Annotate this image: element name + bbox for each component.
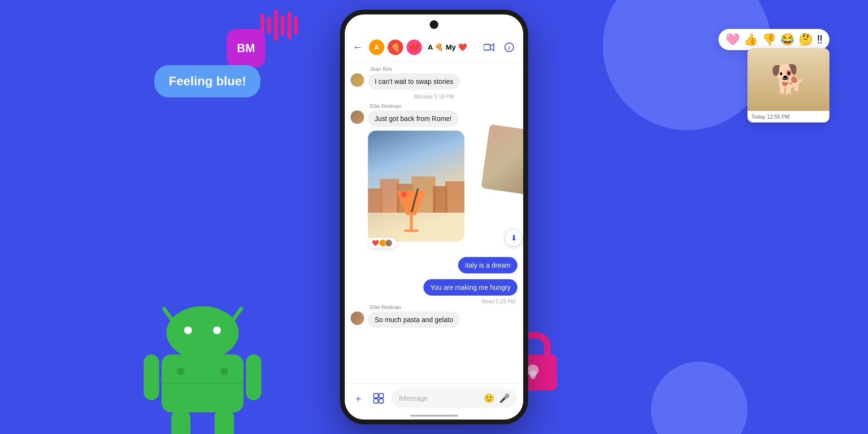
sender-ellie-2: Ellie Redman bbox=[351, 304, 517, 310]
header-icons: i bbox=[483, 41, 515, 54]
avatar-pizza: 🍕 bbox=[387, 39, 404, 56]
svg-point-3 bbox=[184, 326, 192, 334]
avatar-heart: ❤️ bbox=[406, 39, 423, 56]
emoji-heart[interactable]: 🩷 bbox=[725, 33, 740, 46]
svg-rect-9 bbox=[215, 409, 234, 434]
group-avatars: A 🍕 ❤️ bbox=[368, 39, 423, 56]
svg-point-11 bbox=[177, 367, 185, 375]
svg-rect-16 bbox=[484, 44, 490, 50]
emoji-think[interactable]: 🤔 bbox=[799, 33, 813, 46]
message-row: I can't wait to swap stories bbox=[351, 73, 517, 90]
svg-rect-28 bbox=[404, 230, 419, 232]
svg-marker-17 bbox=[490, 44, 494, 51]
bm-badge: BM bbox=[227, 29, 265, 68]
bubble-pasta: So much pasta and gelato bbox=[368, 312, 460, 328]
chat-input-area: ＋ iMessage 🙂 🎤 bbox=[345, 383, 523, 420]
emoji-laugh[interactable]: 😂 bbox=[780, 33, 795, 46]
chat-messages-area: Jean Kim I can't wait to swap stories Mo… bbox=[345, 62, 523, 371]
stacked-photo bbox=[479, 122, 523, 197]
read-receipt: Read 5:23 PM bbox=[351, 298, 517, 304]
input-right-icons: 🙂 🎤 bbox=[484, 393, 510, 404]
dog-illustration: 🐕 bbox=[747, 48, 829, 111]
message-row-pasta: So much pasta and gelato bbox=[351, 312, 517, 328]
chat-title: A 🍕 My ❤️ bbox=[428, 43, 478, 52]
svg-text:i: i bbox=[508, 45, 510, 51]
svg-rect-15 bbox=[530, 370, 536, 379]
message-row-italy: Italy is a dream bbox=[351, 257, 517, 273]
bubble-hungry: You are making me hungry bbox=[423, 279, 517, 296]
emoji-thumbs-up[interactable]: 👍 bbox=[744, 33, 758, 46]
image-message-container: ⬇ ❤️ bbox=[368, 131, 517, 242]
svg-rect-33 bbox=[374, 399, 378, 403]
avatar-ellie-1 bbox=[351, 110, 364, 124]
microphone-icon[interactable]: 🎤 bbox=[499, 393, 510, 404]
svg-rect-6 bbox=[144, 354, 159, 400]
image-reaction-bar[interactable]: ❤️ bbox=[368, 238, 396, 248]
sticker-button[interactable] bbox=[371, 391, 386, 406]
bg-blob-bottom-right bbox=[651, 362, 747, 434]
add-button[interactable]: ＋ bbox=[351, 391, 366, 406]
equalizer-decoration bbox=[260, 10, 298, 41]
svg-rect-7 bbox=[246, 354, 261, 400]
rome-photo[interactable] bbox=[368, 131, 464, 242]
download-button[interactable]: ⬇ bbox=[505, 229, 522, 246]
info-icon[interactable]: i bbox=[503, 41, 515, 54]
timestamp-monday: Monday 5:18 PM bbox=[351, 94, 517, 99]
emoji-thumbs-down[interactable]: 👎 bbox=[762, 33, 776, 46]
svg-point-12 bbox=[220, 367, 228, 375]
sender-ellie-1: Ellie Redman bbox=[351, 103, 517, 109]
phone-frame: ← A 🍕 ❤️ A 🍕 My ❤️ i Jean Kim I can't wa… bbox=[340, 10, 528, 424]
bubble-rome: Just got back from Rome! bbox=[368, 110, 459, 127]
emoji-exclaim[interactable]: ‼️ bbox=[817, 33, 823, 46]
home-indicator bbox=[410, 415, 458, 417]
dog-photo-card: 🐕 Today 12:55 PM bbox=[747, 48, 829, 122]
bm-badge-label: BM bbox=[237, 41, 255, 55]
avatar-a: A bbox=[368, 39, 385, 56]
emoji-reaction-bar[interactable]: 🩷 👍 👎 😂 🤔 ‼️ bbox=[719, 29, 829, 50]
input-placeholder: iMessage bbox=[399, 394, 428, 402]
bubble-cant-wait: I can't wait to swap stories bbox=[368, 73, 460, 90]
sender-jean: Jean Kim bbox=[351, 66, 517, 72]
phone-camera bbox=[430, 20, 438, 29]
avatar-ellie-2 bbox=[351, 312, 364, 325]
reaction-avatar-2 bbox=[385, 239, 393, 247]
svg-rect-32 bbox=[379, 393, 383, 398]
svg-point-29 bbox=[401, 191, 407, 197]
svg-rect-27 bbox=[410, 215, 413, 230]
reaction-avatars bbox=[381, 239, 393, 247]
svg-rect-8 bbox=[171, 409, 190, 434]
feeling-blue-text: Feeling blue! bbox=[169, 74, 246, 88]
back-button[interactable]: ← bbox=[353, 41, 363, 54]
svg-point-4 bbox=[213, 326, 221, 334]
emoji-picker-icon[interactable]: 🙂 bbox=[484, 393, 494, 404]
android-robot bbox=[135, 289, 270, 434]
video-call-icon[interactable] bbox=[483, 41, 495, 54]
dog-timestamp: Today 12:55 PM bbox=[747, 111, 829, 122]
bg-blob-top-right bbox=[603, 0, 772, 130]
reaction-heart-emoji: ❤️ bbox=[372, 240, 379, 246]
svg-rect-34 bbox=[379, 399, 383, 403]
dog-photo: 🐕 bbox=[747, 48, 829, 111]
message-input-field[interactable]: iMessage 🙂 🎤 bbox=[391, 389, 517, 408]
svg-rect-25 bbox=[445, 181, 464, 213]
svg-rect-31 bbox=[374, 393, 378, 398]
message-row-hungry: You are making me hungry bbox=[351, 279, 517, 296]
bubble-italy: Italy is a dream bbox=[458, 257, 517, 273]
avatar-jean bbox=[351, 73, 364, 87]
feeling-blue-bubble: Feeling blue! bbox=[154, 65, 260, 97]
svg-point-2 bbox=[166, 306, 239, 359]
